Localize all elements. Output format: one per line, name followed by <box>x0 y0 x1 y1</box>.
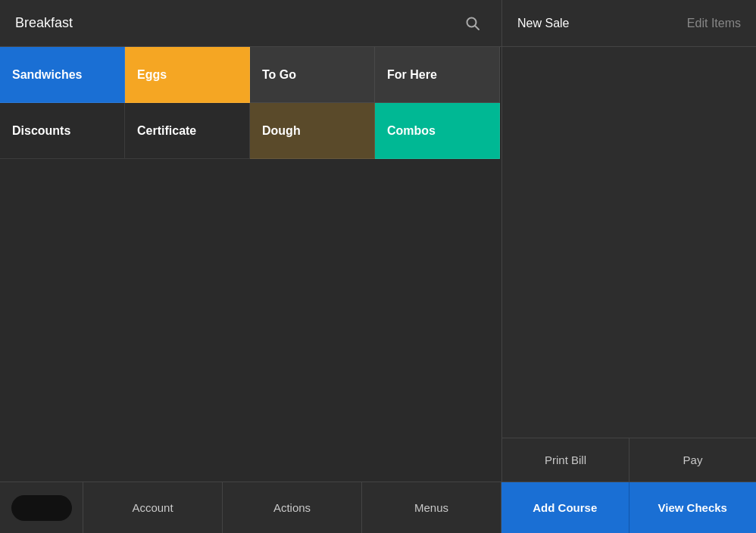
main-area: Sandwiches Eggs To Go For Here Discounts… <box>0 47 756 482</box>
bottom-bar: Account Actions Menus Add Course View Ch… <box>0 482 756 533</box>
view-checks-button[interactable]: View Checks <box>629 482 757 533</box>
category-grid: Sandwiches Eggs To Go For Here Discounts… <box>0 47 501 159</box>
header-right: New Sale Edit Items <box>501 0 756 46</box>
bottom-right: Add Course View Checks <box>501 482 756 533</box>
category-discounts[interactable]: Discounts <box>0 103 125 159</box>
header-left: Breakfast <box>0 0 501 46</box>
pill-button[interactable] <box>11 495 72 521</box>
top-header: Breakfast New Sale Edit Items <box>0 0 756 47</box>
page-title: Breakfast <box>15 15 73 31</box>
items-content-area <box>0 159 501 482</box>
category-certificate[interactable]: Certificate <box>125 103 250 159</box>
account-button[interactable]: Account <box>83 482 223 533</box>
category-dough[interactable]: Dough <box>250 103 375 159</box>
pay-button[interactable]: Pay <box>629 438 756 482</box>
bottom-left: Account Actions Menus <box>0 482 501 533</box>
right-panel: Print Bill Pay <box>501 47 756 482</box>
menus-button[interactable]: Menus <box>362 482 501 533</box>
left-panel: Sandwiches Eggs To Go For Here Discounts… <box>0 47 501 482</box>
add-course-button[interactable]: Add Course <box>501 482 629 533</box>
svg-line-1 <box>475 26 479 30</box>
category-combos[interactable]: Combos <box>375 103 500 159</box>
print-bill-button[interactable]: Print Bill <box>502 438 629 482</box>
order-area <box>502 47 756 438</box>
category-sandwiches[interactable]: Sandwiches <box>0 47 125 103</box>
edit-items-label[interactable]: Edit Items <box>687 17 741 30</box>
search-button[interactable] <box>459 10 486 37</box>
category-eggs[interactable]: Eggs <box>125 47 250 103</box>
category-to-go[interactable]: To Go <box>250 47 375 103</box>
category-for-here[interactable]: For Here <box>375 47 500 103</box>
bill-pay-row: Print Bill Pay <box>502 438 756 482</box>
actions-button[interactable]: Actions <box>223 482 362 533</box>
new-sale-label: New Sale <box>517 17 569 30</box>
pill-button-container <box>0 482 83 533</box>
